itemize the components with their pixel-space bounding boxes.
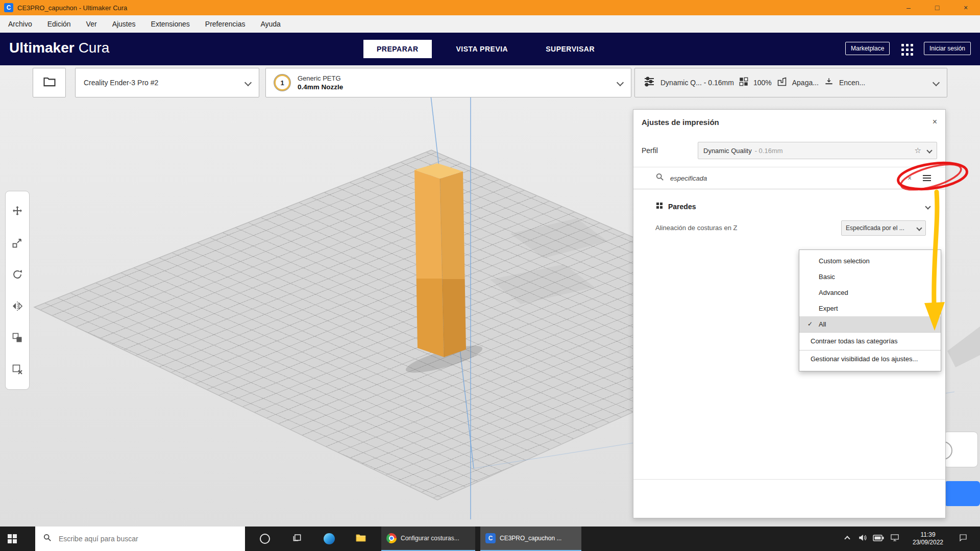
taskbar-app-cura-label: CE3PRO_capuchon ... (500, 535, 561, 542)
minimize-button[interactable]: – (894, 0, 923, 15)
plate-fragment (947, 327, 980, 367)
tab-supervisar[interactable]: SUPERVISAR (532, 40, 608, 58)
model-ce3pro-capuchon[interactable] (414, 163, 466, 357)
taskbar-app-chrome-label: Configurar costuras... (401, 535, 459, 542)
visibility-dropdown-menu: Custom selection Basic Advanced Expert ✓… (799, 249, 941, 371)
menu-extensiones[interactable]: Extensiones (151, 20, 190, 28)
profile-name: Dynamic Quality (703, 147, 752, 155)
setting-search-row: × (633, 167, 945, 189)
star-icon[interactable]: ☆ (915, 146, 921, 155)
maximize-button[interactable]: □ (923, 0, 951, 15)
per-model-settings-icon[interactable] (11, 332, 23, 344)
rotate-tool-icon[interactable] (11, 268, 23, 281)
printer-selector[interactable]: Creality Ender-3 Pro #2 (75, 68, 259, 97)
menu-bar: Archivo Edición Ver Ajustes Extensiones … (0, 15, 980, 33)
volume-button[interactable] (855, 527, 870, 551)
mirror-tool-icon[interactable] (11, 300, 23, 312)
nozzle-size: 0.4mm Nozzle (298, 83, 618, 91)
close-button[interactable]: × (951, 0, 980, 15)
taskbar-app-cura[interactable]: C CE3PRO_capuchon ... (480, 527, 581, 551)
cortana-button[interactable] (254, 527, 276, 551)
profile-summary: Dynamic Q... - 0.16mm (660, 79, 734, 87)
setting-search-input[interactable] (669, 174, 903, 183)
left-toolbar (5, 191, 30, 390)
menu-item-custom-selection[interactable]: Custom selection (799, 253, 941, 269)
marketplace-button[interactable]: Marketplace (845, 42, 890, 55)
printer-name: Creality Ender-3 Pro #2 (84, 79, 246, 87)
profile-label: Perfil (642, 146, 698, 155)
panel-header: Ajustes de impresión × (633, 110, 945, 134)
material-name: Generic PETG (298, 74, 618, 82)
setting-value-dropdown[interactable]: Especificada por el ... (841, 220, 926, 236)
menu-item-all[interactable]: ✓ All (799, 316, 941, 332)
window-title: CE3PRO_capuchon - Ultimaker Cura (17, 4, 127, 12)
brand-light: Cura (79, 40, 110, 56)
start-button[interactable] (0, 527, 24, 551)
tray-expand-button[interactable] (841, 527, 853, 551)
category-paredes[interactable]: Paredes (633, 195, 945, 218)
tab-preparar[interactable]: PREPARAR (363, 40, 432, 58)
monitor-icon (890, 533, 899, 544)
panel-title: Ajustes de impresión (642, 118, 933, 127)
brand-logo: UltimakerCura (9, 40, 109, 56)
display-button[interactable] (887, 527, 902, 551)
profile-row: Perfil Dynamic Quality - 0.16mm ☆ (633, 140, 945, 161)
profile-detail: - 0.16mm (755, 147, 915, 155)
adhesion-icon (824, 77, 834, 89)
speaker-icon (858, 533, 867, 544)
menu-item-advanced[interactable]: Advanced (799, 285, 941, 300)
print-settings-summary[interactable]: Dynamic Q... - 0.16mm 100% Apaga... Ence… (634, 68, 947, 97)
support-icon (777, 77, 787, 89)
taskbar-clock[interactable]: 11:39 23/09/2022 (903, 527, 952, 551)
infill-icon (739, 77, 748, 88)
open-file-button[interactable] (33, 68, 66, 97)
taskbar-app-chrome[interactable]: Configurar costuras... (381, 527, 475, 551)
material-selector[interactable]: 1 Generic PETG 0.4mm Nozzle (265, 68, 631, 97)
menu-item-manage-visibility[interactable]: Gestionar visibilidad de los ajustes... (799, 350, 941, 368)
move-tool-icon[interactable] (11, 205, 23, 217)
chevron-down-icon (916, 225, 922, 231)
file-explorer-button[interactable] (350, 527, 372, 551)
menu-ayuda[interactable]: Ayuda (260, 20, 280, 28)
folder-icon (355, 532, 367, 546)
check-icon: ✓ (807, 316, 813, 332)
title-bar: C CE3PRO_capuchon - Ultimaker Cura – □ × (0, 0, 980, 15)
taskbar-search-input[interactable] (58, 534, 228, 543)
menu-edicion[interactable]: Edición (47, 20, 71, 28)
clear-search-icon[interactable]: × (903, 174, 916, 182)
panel-footer: Recomendado (633, 479, 945, 519)
menu-archivo[interactable]: Archivo (8, 20, 32, 28)
menu-item-expert[interactable]: Expert (799, 300, 941, 316)
clock-time: 11:39 (920, 531, 935, 539)
category-label: Paredes (668, 203, 926, 211)
cura-window: C CE3PRO_capuchon - Ultimaker Cura – □ ×… (0, 0, 980, 551)
support-blocker-icon[interactable] (11, 363, 23, 375)
sign-in-button[interactable]: Iniciar sesión (924, 42, 971, 55)
chevron-down-icon (925, 204, 930, 209)
action-center-button[interactable] (955, 527, 971, 551)
windows-logo-icon (8, 534, 17, 543)
menu-ver[interactable]: Ver (86, 20, 97, 28)
tab-vista-previa[interactable]: VISTA PREVIA (443, 40, 522, 58)
cortana-icon (260, 534, 270, 544)
menu-item-collapse-all[interactable]: Contraer todas las categorías (799, 333, 941, 350)
scale-tool-icon[interactable] (11, 237, 23, 249)
sliders-icon (643, 76, 655, 90)
setting-label: Alineación de costuras en Z (655, 224, 737, 232)
edge-icon (324, 533, 335, 544)
setting-value: Especificada por el ... (846, 224, 917, 232)
panel-close-icon[interactable]: × (933, 117, 937, 127)
edge-button[interactable] (318, 527, 340, 551)
menu-ajustes[interactable]: Ajustes (112, 20, 136, 28)
search-icon (656, 173, 664, 183)
menu-item-basic[interactable]: Basic (799, 269, 941, 285)
profile-dropdown[interactable]: Dynamic Quality - 0.16mm ☆ (698, 142, 937, 159)
battery-button[interactable] (871, 527, 886, 551)
menu-preferencias[interactable]: Preferencias (205, 20, 246, 28)
task-view-button[interactable] (286, 527, 308, 551)
slice-button-fragment[interactable] (944, 481, 980, 506)
visibility-menu-icon[interactable] (923, 178, 931, 179)
apps-grid-icon[interactable] (901, 44, 913, 56)
adhesion-value: Encen... (839, 79, 865, 87)
taskbar-search[interactable] (35, 527, 245, 551)
